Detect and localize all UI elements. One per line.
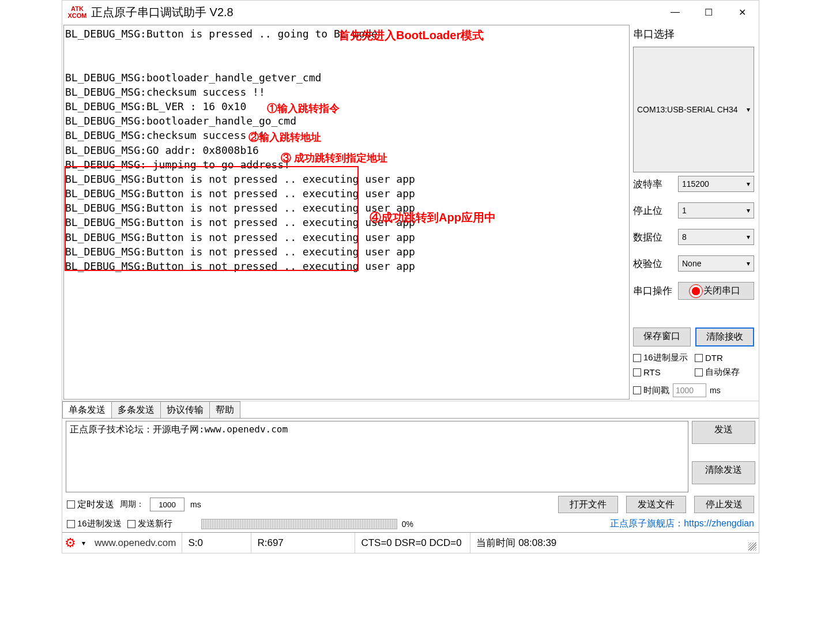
receive-text: BL_DEBUG_MSG:Button is pressed .. going … xyxy=(64,25,629,274)
hex-display-checkbox[interactable]: 16进制显示 xyxy=(633,352,692,363)
port-op-label: 串口操作 xyxy=(633,284,678,297)
window-title: 正点原子串口调试助手 V2.8 xyxy=(91,5,234,20)
annotation-5: ④成功跳转到App应用中 xyxy=(370,210,496,225)
tab-protocol[interactable]: 协议传输 xyxy=(160,401,210,418)
send-button[interactable]: 发送 xyxy=(692,421,755,444)
parity-select[interactable]: None xyxy=(678,255,754,272)
checkbox-grid: 16进制显示 DTR RTS 自动保存 xyxy=(633,352,754,378)
auto-save-checkbox[interactable]: 自动保存 xyxy=(695,367,754,378)
send-file-button[interactable]: 发送文件 xyxy=(626,496,686,513)
open-file-button[interactable]: 打开文件 xyxy=(558,496,618,513)
progress-percent: 0% xyxy=(402,519,413,529)
record-icon xyxy=(692,287,700,295)
annotation-1: 首先先进入BootLoader模式 xyxy=(338,28,484,43)
save-window-button[interactable]: 保存窗口 xyxy=(633,327,691,347)
tab-help[interactable]: 帮助 xyxy=(209,401,240,418)
maximize-button[interactable]: ☐ xyxy=(692,1,725,24)
clear-send-button[interactable]: 清除发送 xyxy=(692,461,755,484)
port-select[interactable]: COM13:USB-SERIAL CH34 xyxy=(633,47,754,172)
status-url[interactable]: www.openedv.com xyxy=(89,533,182,553)
status-bar: ⚙ ▾ www.openedv.com S:0 R:697 CTS=0 DSR=… xyxy=(62,532,759,553)
timed-send-checkbox[interactable]: 定时发送 xyxy=(67,499,114,511)
bottom-panel: 单条发送 多条发送 协议传输 帮助 发送 清除发送 定时发送 周期： ms 打开… xyxy=(62,401,759,532)
tab-multi-send[interactable]: 多条发送 xyxy=(111,401,161,418)
timestamp-unit: ms xyxy=(710,386,721,395)
progress-bar xyxy=(201,519,397,529)
parity-label: 校验位 xyxy=(633,257,678,270)
stopbit-select[interactable]: 1 xyxy=(678,202,754,219)
status-received: R:697 xyxy=(251,533,355,553)
rts-checkbox[interactable]: RTS xyxy=(633,367,692,378)
receive-area[interactable]: BL_DEBUG_MSG:Button is pressed .. going … xyxy=(63,25,630,400)
stopbit-label: 停止位 xyxy=(633,204,678,217)
period-unit: ms xyxy=(190,500,201,509)
app-logo: ATKXCOM xyxy=(65,5,90,19)
minimize-button[interactable]: — xyxy=(658,1,692,24)
left-panel: BL_DEBUG_MSG:Button is pressed .. going … xyxy=(62,24,631,401)
window-body: BL_DEBUG_MSG:Button is pressed .. going … xyxy=(62,24,759,401)
annotation-4: ③ 成功跳转到指定地址 xyxy=(281,151,387,165)
gear-icon[interactable]: ⚙ xyxy=(62,536,78,551)
send-newline-checkbox[interactable]: 发送新行 xyxy=(127,518,172,529)
period-label: 周期： xyxy=(120,499,144,510)
timestamp-checkbox[interactable]: 时间戳 xyxy=(633,385,669,396)
send-text-area[interactable] xyxy=(66,421,688,492)
dtr-checkbox[interactable]: DTR xyxy=(695,352,754,363)
shop-link[interactable]: 正点原子旗舰店：https://zhengdian xyxy=(610,518,754,530)
status-signals: CTS=0 DSR=0 DCD=0 xyxy=(355,533,470,553)
status-time: 当前时间 08:08:39 xyxy=(470,533,745,553)
clear-receive-button[interactable]: 清除接收 xyxy=(695,327,754,347)
app-window: ATKXCOM 正点原子串口调试助手 V2.8 — ☐ ✕ BL_DEBUG_M… xyxy=(62,0,759,553)
hex-send-checkbox[interactable]: 16进制发送 xyxy=(67,518,122,529)
annotation-3: ②输入跳转地址 xyxy=(248,130,321,144)
right-panel: 串口选择 COM13:USB-SERIAL CH34 波特率 115200 停止… xyxy=(631,24,759,401)
timestamp-input[interactable] xyxy=(673,383,706,397)
titlebar-buttons: — ☐ ✕ xyxy=(658,1,759,24)
gear-dropdown-icon[interactable]: ▾ xyxy=(78,539,89,547)
resize-grip[interactable] xyxy=(745,533,759,553)
status-sent: S:0 xyxy=(182,533,251,553)
baud-label: 波特率 xyxy=(633,178,678,191)
databit-select[interactable]: 8 xyxy=(678,229,754,245)
databit-label: 数据位 xyxy=(633,231,678,244)
baud-select[interactable]: 115200 xyxy=(678,176,754,192)
close-port-button[interactable]: 关闭串口 xyxy=(678,282,754,300)
annotation-2: ①输入跳转指令 xyxy=(267,101,340,115)
send-tabs: 单条发送 多条发送 协议传输 帮助 xyxy=(62,401,759,419)
tab-single-send[interactable]: 单条发送 xyxy=(62,401,112,418)
period-input[interactable] xyxy=(150,498,184,511)
send-options-row2: 16进制发送 发送新行 0% 正点原子旗舰店：https://zhengdian xyxy=(62,515,759,532)
stop-send-button[interactable]: 停止发送 xyxy=(694,496,754,513)
close-button[interactable]: ✕ xyxy=(725,1,759,24)
port-select-header: 串口选择 xyxy=(633,27,754,41)
send-options-row: 定时发送 周期： ms 打开文件 发送文件 停止发送 xyxy=(62,494,759,515)
title-bar: ATKXCOM 正点原子串口调试助手 V2.8 — ☐ ✕ xyxy=(62,1,759,24)
